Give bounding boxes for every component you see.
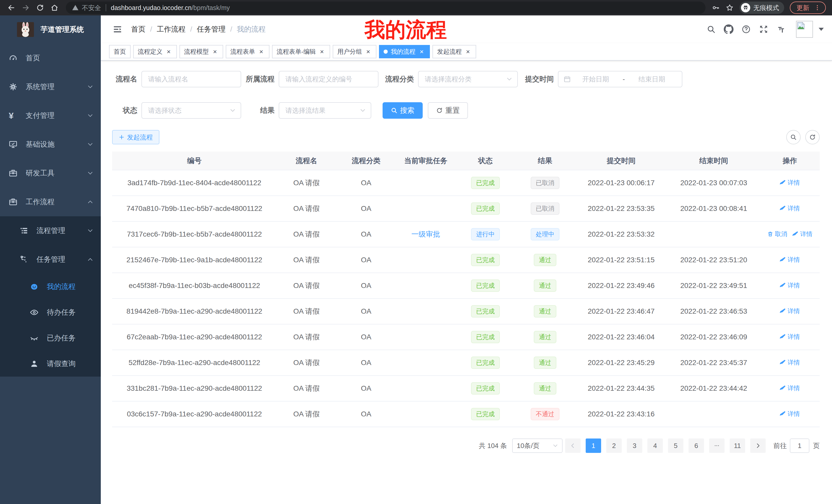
- sidebar-item-system[interactable]: 系统管理: [0, 73, 101, 101]
- more-pages-button[interactable]: [709, 439, 725, 453]
- app-logo: 芋道管理系统: [0, 16, 101, 44]
- tab-home[interactable]: 首页: [109, 45, 131, 58]
- page-button[interactable]: 3: [627, 439, 642, 453]
- github-icon[interactable]: [720, 21, 737, 38]
- breadcrumb: 首页/ 工作流程/ 任务管理/ 我的流程: [131, 24, 266, 34]
- detail-button[interactable]: 详情: [780, 178, 800, 187]
- search-icon[interactable]: [702, 21, 720, 38]
- not-secure-icon: [72, 4, 79, 11]
- prev-page-button[interactable]: [565, 439, 580, 453]
- detail-button[interactable]: 详情: [780, 384, 800, 392]
- tab-start-process[interactable]: 发起流程: [433, 45, 476, 58]
- chevron-down-icon: [553, 443, 558, 448]
- show-search-button[interactable]: [786, 130, 801, 144]
- detail-button[interactable]: 详情: [780, 307, 800, 315]
- cancel-button[interactable]: 取消: [767, 230, 787, 238]
- tab-process-form-edit[interactable]: 流程表单-编辑: [272, 45, 330, 58]
- result-badge: 通过: [534, 305, 556, 317]
- browser-update-button[interactable]: 更新: [790, 2, 826, 14]
- create-process-button[interactable]: 发起流程: [112, 130, 159, 144]
- detail-button[interactable]: 详情: [780, 333, 800, 341]
- eye-icon: [30, 308, 38, 317]
- avatar-dropdown-icon[interactable]: [818, 28, 824, 31]
- page-button[interactable]: 5: [668, 439, 683, 453]
- browser-back-icon[interactable]: [4, 1, 19, 15]
- sidebar-item-todo-task[interactable]: 待办任务: [0, 300, 101, 325]
- sidebar-item-infra[interactable]: 基础设施: [0, 130, 101, 159]
- process-definition-input[interactable]: [279, 71, 379, 87]
- breadcrumb-item[interactable]: 工作流程: [157, 24, 186, 34]
- next-page-button[interactable]: [750, 439, 766, 453]
- password-key-icon[interactable]: [712, 4, 720, 12]
- tab-close-icon[interactable]: [211, 48, 218, 55]
- sidebar-item-leave-query[interactable]: 请假查询: [0, 351, 101, 376]
- tab-process-model[interactable]: 流程模型: [179, 45, 223, 58]
- edit-icon: [780, 334, 786, 340]
- detail-button[interactable]: 详情: [792, 230, 812, 238]
- process-name-input[interactable]: [141, 71, 241, 87]
- browser-forward-icon[interactable]: [19, 1, 33, 15]
- category-select[interactable]: 请选择流程分类: [418, 71, 518, 87]
- chevron-down-icon: [87, 84, 93, 90]
- sidebar-item-home[interactable]: 首页: [0, 44, 101, 73]
- page-button[interactable]: 2: [606, 439, 622, 453]
- page-button[interactable]: 1: [586, 439, 601, 453]
- tab-my-process[interactable]: 我的流程: [379, 45, 430, 58]
- chevron-down-icon: [230, 108, 235, 113]
- breadcrumb-item[interactable]: 首页: [131, 24, 146, 34]
- reset-button[interactable]: 重置: [428, 102, 468, 119]
- tab-close-icon[interactable]: [258, 48, 265, 55]
- gear-icon: [9, 82, 18, 91]
- tab-close-icon[interactable]: [418, 48, 425, 55]
- flow-tree-icon: [20, 255, 28, 264]
- status-badge: 已完成: [471, 254, 500, 266]
- page-button[interactable]: 4: [647, 439, 663, 453]
- detail-button[interactable]: 详情: [780, 281, 800, 289]
- sidebar-item-workflow[interactable]: 工作流程: [0, 188, 101, 216]
- chevron-down-icon: [87, 113, 93, 118]
- goto-page-input[interactable]: [790, 439, 809, 453]
- filter-owner-label: 所属流程: [241, 74, 279, 84]
- sidebar-item-task-mgmt[interactable]: 任务管理: [0, 245, 101, 274]
- tab-close-icon[interactable]: [365, 48, 372, 55]
- address-bar[interactable]: 不安全 dashboard.yudao.iocoder.cn/bpm/task/…: [66, 2, 705, 14]
- trash-icon: [767, 231, 773, 237]
- submit-time-range[interactable]: 开始日期 - 结束日期: [558, 71, 682, 87]
- tab-close-icon[interactable]: [464, 48, 471, 55]
- page-button[interactable]: 11: [730, 439, 745, 453]
- page-button[interactable]: 6: [688, 439, 704, 453]
- sidebar-item-my-process[interactable]: 我的流程: [0, 274, 101, 300]
- tab-process-definition[interactable]: 流程定义: [133, 45, 177, 58]
- page-size-select[interactable]: 10条/页: [512, 439, 563, 453]
- task-link[interactable]: 一级审批: [411, 230, 440, 238]
- chevron-down-icon: [87, 170, 93, 176]
- font-size-icon[interactable]: [772, 21, 790, 38]
- detail-button[interactable]: 详情: [780, 204, 800, 213]
- fullscreen-icon[interactable]: [755, 21, 772, 38]
- browser-home-icon[interactable]: [47, 1, 62, 15]
- tab-user-group[interactable]: 用户分组: [333, 45, 376, 58]
- sidebar-item-devtools[interactable]: 研发工具: [0, 159, 101, 188]
- detail-button[interactable]: 详情: [780, 358, 800, 367]
- tab-close-icon[interactable]: [165, 48, 172, 55]
- sidebar-item-process-mgmt[interactable]: 流程管理: [0, 216, 101, 245]
- browser-reload-icon[interactable]: [33, 1, 47, 15]
- top-navbar: 首页/ 工作流程/ 任务管理/ 我的流程 我的流程: [101, 16, 832, 43]
- result-select[interactable]: 请选择流结果: [279, 102, 371, 119]
- tab-process-form[interactable]: 流程表单: [226, 45, 269, 58]
- breadcrumb-item[interactable]: 任务管理: [197, 24, 226, 34]
- sidebar-menu: 首页 系统管理 ¥ 支付管理 基础设施 研发工具: [0, 44, 101, 376]
- refresh-table-button[interactable]: [805, 130, 820, 144]
- status-select[interactable]: 请选择状态: [141, 102, 241, 119]
- total-count: 共 104 条: [479, 441, 507, 450]
- help-icon[interactable]: [737, 21, 755, 38]
- sidebar-toggle-icon[interactable]: [113, 24, 122, 34]
- search-button[interactable]: 搜索: [383, 102, 423, 119]
- detail-button[interactable]: 详情: [780, 256, 800, 264]
- detail-button[interactable]: 详情: [780, 410, 800, 418]
- avatar[interactable]: [796, 21, 813, 38]
- bookmark-star-icon[interactable]: [726, 4, 734, 12]
- tab-close-icon[interactable]: [318, 48, 326, 55]
- sidebar-item-payment[interactable]: ¥ 支付管理: [0, 101, 101, 130]
- sidebar-item-done-task[interactable]: 已办任务: [0, 325, 101, 351]
